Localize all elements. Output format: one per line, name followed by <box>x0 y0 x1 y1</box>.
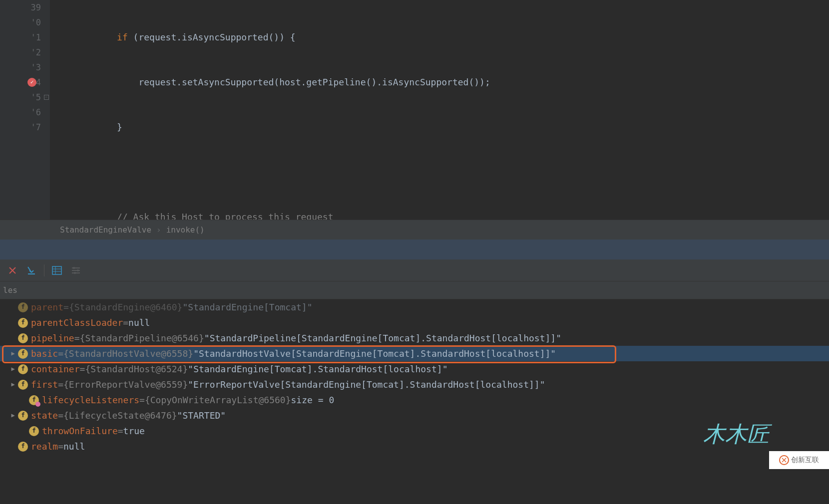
panel-divider[interactable] <box>0 240 829 259</box>
breadcrumb-item[interactable]: StandardEngineValve <box>60 225 151 235</box>
fold-icon[interactable]: − <box>44 95 49 100</box>
variables-panel-header: les <box>0 281 829 299</box>
keyword: if <box>117 32 128 42</box>
variable-value: null <box>63 439 85 454</box>
field-icon: f <box>18 302 28 312</box>
variable-name: throwOnFailure <box>42 423 118 439</box>
variable-value: "StandardEngine[Tomcat].StandardHost[loc… <box>188 361 447 377</box>
variable-name: realm <box>31 439 58 454</box>
variable-value: null <box>128 315 150 330</box>
gutter: 39 '0 '1 '2 '3 '4 − '5 '6 '7 <box>0 0 50 220</box>
corner-logo: 创新互联 <box>769 451 829 469</box>
step-into-icon[interactable] <box>25 264 38 277</box>
line-number: '0 <box>0 15 41 30</box>
variable-row[interactable]: ▶fcontainer = {StandardHost@6524} "Stand… <box>0 361 829 377</box>
field-icon: f <box>29 395 39 405</box>
variable-value: "StandardPipeline[StandardEngine[Tomcat]… <box>204 330 561 346</box>
variable-name: parentClassLoader <box>31 315 123 330</box>
expander-icon[interactable]: ▶ <box>9 408 17 423</box>
field-icon: f <box>18 349 28 359</box>
field-icon: f <box>18 364 28 374</box>
line-number: '2 <box>0 45 41 60</box>
variable-type: {StandardPipeline@6546} <box>80 330 204 346</box>
variable-value: "ErrorReportValve[StandardEngine[Tomcat]… <box>188 377 545 392</box>
toolbar-separator <box>44 264 44 276</box>
variable-type: {StandardHostValve@6558} <box>63 346 193 361</box>
variable-row[interactable]: fparentClassLoader = null <box>0 315 829 330</box>
variable-name: basic <box>31 346 58 361</box>
field-icon: f <box>18 411 28 421</box>
variable-name: state <box>31 408 58 423</box>
variable-type: {StandardHost@6524} <box>85 361 188 377</box>
variable-name: pipeline <box>31 330 74 346</box>
expander-icon[interactable]: ▶ <box>9 346 17 361</box>
close-icon[interactable] <box>6 264 19 277</box>
svg-point-9 <box>74 272 76 274</box>
expander-icon[interactable]: ▶ <box>9 361 17 377</box>
line-number: 39 <box>0 0 41 15</box>
variable-value: "StandardEngine[Tomcat]" <box>182 299 312 315</box>
variable-value: "STARTED" <box>177 408 226 423</box>
debug-toolbar <box>0 259 829 281</box>
variable-name: lifecycleListeners <box>42 392 139 408</box>
variable-row[interactable]: ▶fbasic = {StandardHostValve@6558} "Stan… <box>0 346 829 361</box>
variable-row[interactable]: flifecycleListeners = {CopyOnWriteArrayL… <box>0 392 829 408</box>
variable-type: {ErrorReportValve@6559} <box>63 377 188 392</box>
field-icon: f <box>18 380 28 390</box>
field-icon: f <box>18 333 28 343</box>
comment: // Ask this Host to process this request <box>117 212 333 220</box>
variable-row[interactable]: ▶ffirst = {ErrorReportValve@6559} "Error… <box>0 377 829 392</box>
field-icon: f <box>18 318 28 328</box>
line-number: − '5 <box>0 90 41 105</box>
line-number: '1 <box>0 30 41 45</box>
svg-rect-0 <box>52 266 61 274</box>
variable-type: {LifecycleState@6476} <box>63 408 177 423</box>
code-content[interactable]: if (request.isAsyncSupported()) { reques… <box>50 0 829 220</box>
line-number[interactable]: '4 <box>0 75 41 90</box>
field-icon: f <box>18 442 28 452</box>
breadcrumb-item[interactable]: invoke() <box>166 225 205 235</box>
breadcrumb-separator: › <box>156 225 161 235</box>
variable-type: {StandardEngine@6460} <box>69 299 183 315</box>
line-number: '6 <box>0 105 41 120</box>
variable-row[interactable]: fpipeline = {StandardPipeline@6546} "Sta… <box>0 330 829 346</box>
field-icon: f <box>29 426 39 436</box>
variable-value: "StandardHostValve[StandardEngine[Tomcat… <box>193 346 556 361</box>
line-number: '3 <box>0 60 41 75</box>
variable-name: container <box>31 361 80 377</box>
code-editor[interactable]: 39 '0 '1 '2 '3 '4 − '5 '6 '7 if (request… <box>0 0 829 220</box>
variable-name: parent <box>31 299 63 315</box>
line-number: '7 <box>0 120 41 135</box>
svg-point-7 <box>73 267 75 269</box>
breakpoint-icon[interactable] <box>27 78 36 87</box>
settings-icon[interactable] <box>69 264 82 277</box>
variable-name: first <box>31 377 58 392</box>
variable-type: {CopyOnWriteArrayList@6560} <box>145 392 291 408</box>
variable-row[interactable]: fparent = {StandardEngine@6460} "Standar… <box>0 299 829 315</box>
variable-value: true <box>123 423 145 439</box>
table-view-icon[interactable] <box>50 264 63 277</box>
expander-icon[interactable]: ▶ <box>9 377 17 392</box>
svg-point-8 <box>77 269 79 271</box>
watermark: 木木匠 <box>703 420 769 449</box>
breadcrumb: StandardEngineValve › invoke() <box>0 220 829 240</box>
variable-value: size = 0 <box>291 392 335 408</box>
